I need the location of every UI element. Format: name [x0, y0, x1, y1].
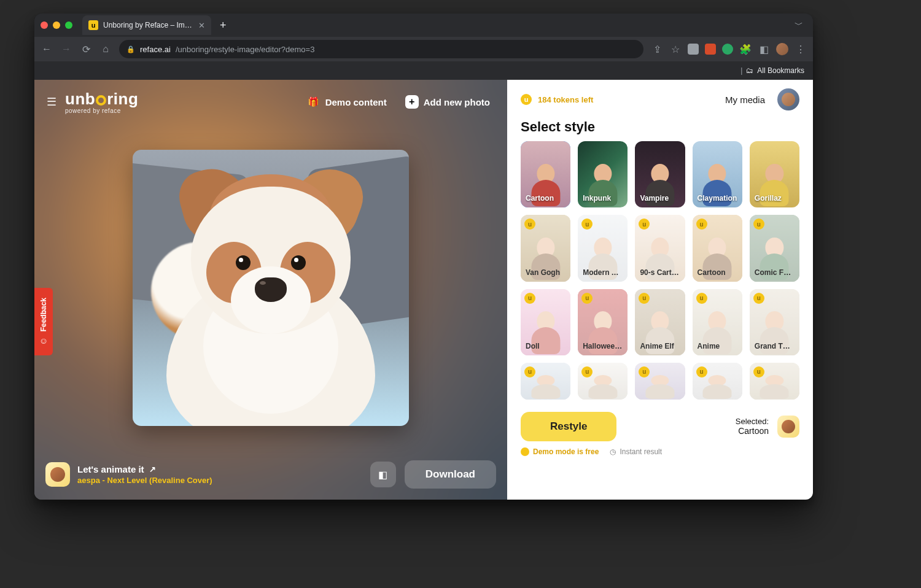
browser-tab[interactable]: u Unboring by Reface – Image R ✕ [82, 15, 211, 35]
editor-panel: Feedback ☺ ☰ unbring powered by reface 🎁… [34, 80, 507, 500]
style-label: Van Gogh [526, 268, 565, 277]
style-card[interactable]: Cartoon [521, 141, 570, 207]
clock-icon: ◷ [610, 447, 616, 456]
style-label: Anime Elf [640, 342, 680, 350]
premium-badge-icon: u [753, 219, 764, 230]
premium-badge-icon: u [639, 366, 650, 377]
style-label: Modern An… [583, 268, 623, 277]
my-media-button[interactable]: My media [725, 95, 765, 105]
style-card[interactable]: Vampire [635, 141, 685, 207]
gift-icon: 🎁 [307, 95, 321, 109]
compare-icon: ◧ [378, 469, 387, 481]
download-button[interactable]: Download [405, 460, 496, 489]
style-card[interactable]: uModern An… [578, 215, 628, 281]
add-new-photo-label: Add new photo [424, 97, 490, 107]
preview-area [34, 124, 507, 452]
premium-badge-icon: u [639, 293, 650, 304]
extension-icon[interactable] [722, 44, 733, 55]
all-bookmarks-button[interactable]: All Bookmarks [757, 66, 804, 75]
style-label: Cartoon [698, 268, 737, 277]
premium-badge-icon: u [753, 366, 764, 377]
style-card[interactable]: uAnime [693, 289, 742, 355]
favicon-icon: u [88, 20, 98, 30]
brand-logo[interactable]: unbring powered by reface [65, 90, 138, 114]
sidepanel-icon[interactable]: ◧ [758, 44, 770, 55]
style-card[interactable]: u [693, 363, 742, 400]
style-label: Cartoon [526, 194, 565, 203]
style-label: Doll [526, 342, 565, 350]
maximize-window-button[interactable] [65, 21, 72, 29]
minimize-window-button[interactable] [53, 21, 60, 29]
style-card[interactable]: u [635, 363, 685, 400]
premium-badge-icon: u [696, 366, 707, 377]
feedback-label: Feedback [39, 298, 48, 331]
share-icon[interactable]: ⇪ [651, 44, 663, 55]
tokens-left-label[interactable]: 184 tokens left [538, 95, 593, 104]
new-tab-button[interactable]: + [220, 19, 227, 32]
instant-result-chip: ◷ Instant result [610, 447, 662, 456]
compare-toggle-button[interactable]: ◧ [370, 462, 396, 487]
browser-window: u Unboring by Reface – Image R ✕ + ﹀ ← →… [34, 14, 813, 500]
bookmark-star-icon[interactable]: ☆ [669, 44, 682, 55]
premium-badge-icon: u [696, 219, 707, 230]
forward-icon[interactable]: → [60, 44, 72, 55]
instant-result-label: Instant result [620, 447, 662, 456]
user-avatar[interactable] [777, 88, 799, 110]
extension-icon[interactable] [705, 44, 716, 55]
add-new-photo-button[interactable]: + Add new photo [400, 91, 495, 112]
style-card[interactable]: Claymation [693, 141, 742, 207]
animate-thumb [45, 462, 70, 487]
style-panel: u 184 tokens left My media Select style … [507, 80, 813, 500]
home-icon[interactable]: ⌂ [99, 44, 112, 55]
close-tab-icon[interactable]: ✕ [198, 21, 205, 30]
restyle-bar: Restyle Selected: Cartoon [507, 406, 813, 447]
style-label: Claymation [698, 194, 737, 203]
style-label: Anime [698, 342, 737, 350]
style-card[interactable]: uVan Gogh [521, 215, 570, 281]
style-label: Comic Fan… [755, 268, 795, 277]
premium-badge-icon: u [524, 293, 535, 304]
tabs-overflow-icon[interactable]: ﹀ [791, 17, 807, 33]
style-card[interactable]: u [578, 363, 628, 400]
download-label: Download [426, 468, 475, 481]
style-card[interactable]: uAnime Elf [635, 289, 685, 355]
style-card[interactable]: uCartoon [693, 215, 742, 281]
style-card[interactable]: u [521, 363, 570, 400]
select-style-heading: Select style [507, 114, 813, 141]
restyle-button[interactable]: Restyle [521, 412, 616, 441]
style-card[interactable]: uHalloween … [578, 289, 628, 355]
demo-content-label: Demo content [325, 97, 387, 107]
reload-icon[interactable]: ⟳ [80, 44, 92, 55]
close-window-button[interactable] [41, 21, 48, 29]
style-card[interactable]: uGrand Thie… [750, 289, 799, 355]
logo-ring-icon [96, 95, 106, 106]
animate-suggestion[interactable]: Let's animate it ↗ aespa - Next Level (R… [45, 462, 212, 487]
logo-subtitle: powered by reface [65, 107, 138, 114]
style-card[interactable]: uDoll [521, 289, 570, 355]
style-card[interactable]: uComic Fan… [750, 215, 799, 281]
styles-grid: CartoonInkpunkVampireClaymationGorillazu… [507, 141, 813, 406]
browser-toolbar: ← → ⟳ ⌂ 🔒 reface.ai/unboring/restyle-ima… [34, 37, 813, 61]
style-card[interactable]: Inkpunk [578, 141, 628, 207]
style-card[interactable]: u [750, 363, 799, 400]
back-icon[interactable]: ← [41, 44, 53, 55]
restyle-label: Restyle [550, 420, 587, 433]
premium-badge-icon: u [581, 366, 593, 377]
style-card[interactable]: u90-s Carto… [635, 215, 685, 281]
style-card[interactable]: Gorillaz [750, 141, 799, 207]
profile-avatar-icon[interactable] [776, 43, 788, 55]
kebab-menu-icon[interactable]: ⋮ [795, 44, 807, 55]
address-bar[interactable]: 🔒 reface.ai/unboring/restyle-image/edito… [119, 40, 643, 58]
feedback-tab[interactable]: Feedback ☺ [34, 288, 53, 355]
app-root: Feedback ☺ ☰ unbring powered by reface 🎁… [34, 80, 813, 500]
premium-badge-icon: u [639, 219, 650, 230]
extension-icon[interactable] [688, 44, 699, 55]
selected-value: Cartoon [736, 426, 769, 436]
hamburger-menu-icon[interactable]: ☰ [47, 95, 56, 109]
demo-content-button[interactable]: 🎁 Demo content [302, 91, 392, 112]
style-label: Halloween … [583, 342, 623, 350]
premium-badge-icon: u [753, 293, 764, 304]
left-footer: Let's animate it ↗ aespa - Next Level (R… [34, 452, 507, 500]
extensions-puzzle-icon[interactable]: 🧩 [739, 44, 752, 55]
preview-image[interactable] [133, 150, 409, 426]
